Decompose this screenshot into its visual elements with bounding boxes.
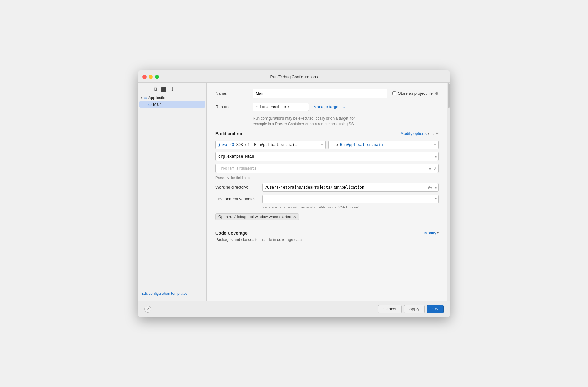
modify-options-chevron: ▾	[428, 132, 429, 135]
sidebar-item-main[interactable]: ▭ Main	[139, 101, 205, 108]
build-and-run-header: Build and run Modify options ▾ ⌥M	[215, 131, 439, 136]
configs-section: ▾ ▭ Application ▭ Main	[138, 95, 206, 108]
cp-dropdown[interactable]: -cp RunApplication.main ▾	[328, 141, 439, 149]
run-on-select-container: ⌂ Local machine ▾ Manage targets...	[253, 103, 345, 111]
scrollbar-thumb[interactable]	[448, 83, 450, 108]
coverage-title: Code Coverage	[215, 231, 248, 236]
env-vars-icons: ≡	[434, 196, 437, 202]
program-args-expand-icon[interactable]: ⤢	[433, 165, 437, 171]
main-class-icons: ≡	[434, 154, 437, 159]
add-config-button[interactable]: +	[141, 86, 145, 93]
main-class-input[interactable]	[215, 152, 439, 161]
coverage-modify-chevron: ▾	[437, 231, 439, 235]
code-coverage-section: Code Coverage Modify ▾ Packages and clas…	[215, 226, 439, 242]
modify-options-button[interactable]: Modify options ▾	[400, 131, 429, 136]
dialog-title: Run/Debug Configurations	[270, 74, 318, 79]
working-dir-folder-icon[interactable]: 🗁	[427, 184, 433, 190]
working-dir-input[interactable]	[262, 183, 439, 192]
minimize-button[interactable]	[149, 75, 153, 79]
program-args-container: ≡ ⤢	[215, 164, 439, 173]
jdk-dropdown[interactable]: java 20 SDK of 'RunApplication.mai… ▾	[215, 141, 326, 149]
working-dir-icons: 🗁 ≡	[427, 184, 437, 190]
keyboard-shortcut-label: ⌥M	[431, 131, 439, 136]
remove-config-button[interactable]: −	[147, 86, 151, 93]
store-as-project-container: Store as project file ⚙	[392, 91, 439, 96]
window-controls	[142, 75, 159, 79]
coverage-modify-button[interactable]: Modify ▾	[424, 231, 439, 235]
env-vars-hint: Separate variables with semicolon: VAR=v…	[262, 205, 439, 209]
name-label: Name:	[215, 91, 253, 96]
program-args-input[interactable]	[215, 164, 439, 173]
program-args-icons: ≡ ⤢	[428, 165, 437, 171]
sidebar: + − ⧉ ⬛ ⇅ ▾ ▭ Application ▭ Main Edit co…	[138, 83, 207, 301]
sdk-label: SDK of 'RunApplication.mai…	[236, 143, 297, 147]
jdk-label: java 20 SDK of 'RunApplication.mai…	[218, 143, 297, 147]
build-and-run-title: Build and run	[215, 131, 243, 136]
vertical-scrollbar[interactable]	[447, 83, 450, 301]
working-dir-browse-icon[interactable]: ≡	[434, 184, 437, 190]
working-dir-row: Working directory: 🗁 ≡	[215, 183, 439, 192]
working-dir-field: 🗁 ≡	[262, 183, 439, 192]
close-button[interactable]	[142, 75, 147, 79]
dialog-body: + − ⧉ ⬛ ⇅ ▾ ▭ Application ▭ Main Edit co…	[138, 83, 450, 301]
run-on-description: Run configurations may be executed local…	[253, 116, 439, 127]
env-vars-input[interactable]	[262, 195, 439, 203]
move-to-folder-button[interactable]: ⬛	[159, 86, 167, 93]
store-as-project-label: Store as project file	[398, 91, 433, 96]
name-row: Name: Store as project file ⚙	[215, 89, 439, 98]
folder-icon: ▭	[143, 96, 147, 100]
store-as-project-checkbox[interactable]	[392, 91, 396, 95]
jdk-cp-row: java 20 SDK of 'RunApplication.mai… ▾ -c…	[215, 141, 439, 149]
coverage-header: Code Coverage Modify ▾	[215, 231, 439, 236]
home-icon: ⌂	[256, 105, 258, 109]
ok-button[interactable]: OK	[427, 305, 444, 313]
apply-button[interactable]: Apply	[404, 305, 425, 313]
sort-configs-button[interactable]: ⇅	[169, 86, 175, 93]
target-dropdown[interactable]: ⌂ Local machine ▾	[253, 103, 309, 111]
application-group-header[interactable]: ▾ ▭ Application	[138, 95, 206, 101]
env-vars-browse-icon[interactable]: ≡	[434, 196, 437, 202]
main-class-browse-icon[interactable]: ≡	[434, 154, 437, 159]
working-dir-label: Working directory:	[215, 185, 262, 189]
main-class-container: ≡	[215, 152, 439, 161]
group-label: Application	[148, 96, 167, 100]
run-on-row: Run on: ⌂ Local machine ▾ Manage targets…	[215, 103, 439, 111]
help-button[interactable]: ?	[144, 306, 151, 313]
name-input[interactable]	[253, 89, 387, 98]
env-vars-field: ≡	[262, 195, 439, 203]
tool-window-tag: Open run/debug tool window when started …	[215, 213, 299, 220]
local-machine-label: Local machine	[260, 104, 286, 109]
coverage-description: Packages and classes to include in cover…	[215, 237, 439, 242]
copy-config-button[interactable]: ⧉	[153, 86, 158, 93]
run-debug-configurations-dialog: Run/Debug Configurations + − ⧉ ⬛ ⇅ ▾ ▭ A…	[138, 70, 450, 317]
dialog-footer: ? Cancel Apply OK	[138, 301, 450, 317]
tag-close-button[interactable]: ✕	[293, 215, 296, 219]
env-vars-label: Environment variables:	[215, 197, 262, 201]
program-args-list-icon[interactable]: ≡	[428, 165, 432, 171]
config-item-icon: ▭	[148, 102, 152, 107]
modify-options-container: Modify options ▾ ⌥M	[400, 131, 439, 136]
env-vars-row: Environment variables: ≡	[215, 195, 439, 203]
run-on-label: Run on:	[215, 104, 253, 109]
sidebar-item-label: Main	[153, 102, 161, 107]
jdk-chevron: ▾	[321, 143, 323, 146]
cp-label: -cp RunApplication.main	[331, 143, 383, 147]
cp-chevron: ▾	[434, 143, 436, 146]
main-content: Name: Store as project file ⚙ Run on: ⌂	[207, 83, 447, 301]
manage-targets-link[interactable]: Manage targets...	[313, 104, 345, 109]
content-scroll-area: Name: Store as project file ⚙ Run on: ⌂	[207, 83, 450, 301]
maximize-button[interactable]	[155, 75, 159, 79]
program-args-hint: Press ⌥ for field hints	[215, 175, 439, 180]
expand-icon: ▾	[141, 96, 142, 99]
sidebar-toolbar: + − ⧉ ⬛ ⇅	[138, 84, 206, 95]
title-bar: Run/Debug Configurations	[138, 70, 450, 83]
tag-label: Open run/debug tool window when started	[218, 215, 291, 219]
edit-templates-link[interactable]: Edit configuration templates...	[138, 288, 206, 299]
dropdown-chevron: ▾	[288, 105, 289, 108]
cancel-button[interactable]: Cancel	[378, 305, 401, 313]
gear-icon[interactable]: ⚙	[435, 91, 439, 96]
